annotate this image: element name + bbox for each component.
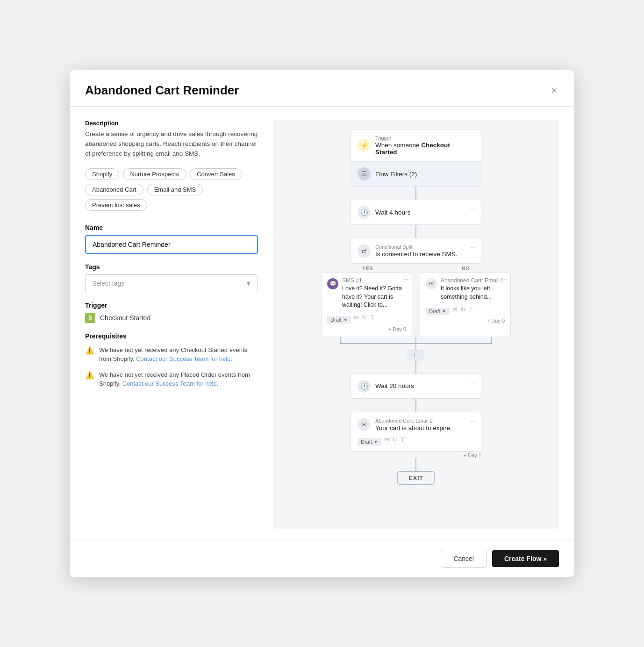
sms-node-content: SMS #1 Love it? Need it? Gotta have it? … [342,277,406,309]
email1-day-badge: + Day 0 [426,318,505,324]
sms-node-label: SMS #1 [342,277,406,284]
yes-no-row: YES NO [318,264,514,272]
sms-draft-badge[interactable]: Draft ▼ [327,316,351,324]
connector-4 [415,399,416,412]
prereq-text-2: We have not yet received any Placed Orde… [99,370,258,388]
trigger-section: Trigger S Checkout Started [85,302,258,323]
split-branches: 💬 SMS #1 Love it? Need it? Gotta have it… [318,272,514,337]
merge-node: ⊢ [408,350,424,360]
email1-node-icon: ✉ [426,278,437,289]
modal-footer: Cancel Create Flow » [70,540,574,577]
name-input[interactable] [85,235,258,254]
filter-icon: ☰ [358,167,371,180]
merge-icon: ⊢ [414,352,418,359]
flow-diagram-panel: ⚡ Trigger When someone Checkout Started.… [273,120,559,529]
trigger-icon: ⚡ [358,139,371,152]
prereq-text-1: We have not yet received any Checkout St… [99,345,258,364]
sms-branch-actions: Draft ▼ ✉ ↻ ⊤ [327,312,406,324]
description-section: Description Create a sense of urgency an… [85,120,258,159]
pill-email-sms: Email and SMS [147,184,203,195]
create-flow-button[interactable]: Create Flow » [492,550,559,567]
trigger-node-title: When someone Checkout Started. [375,142,474,156]
wait1-dots[interactable]: ··· [470,205,476,213]
email1-node-dots[interactable]: ··· [502,275,508,283]
email2-title: Your cart is about to expire. [375,424,452,431]
sms-node-text: Love it? Need it? Gotta have it? Your ca… [342,285,406,309]
sms-node-icon: 💬 [327,278,338,289]
email1-action-email-icon[interactable]: ✉ [452,306,458,313]
email1-draft-badge[interactable]: Draft ▼ [426,308,450,315]
email2-action-refresh-icon[interactable]: ↻ [392,436,397,443]
prereq-link-1[interactable]: Contact our Success Team for help. [136,355,232,362]
tags-select[interactable]: Select tags [85,274,258,292]
modal-body: Description Create a sense of urgency an… [70,107,574,529]
prereq-link-2[interactable]: Contact our Success Team for help. [122,380,219,387]
wait1-node: 🕐 Wait 4 hours ··· [351,200,481,225]
sms-draft-label: Draft [330,317,342,323]
tags-placeholder: Select tags [92,280,124,287]
email2-action-email-icon[interactable]: ✉ [384,436,389,443]
trigger-content: Trigger When someone Checkout Started. [375,135,474,156]
cancel-button[interactable]: Cancel [441,550,487,568]
sms-node-dots[interactable]: ··· [403,275,409,283]
split-node: ⇄ Conditional Split Is consented to rece… [351,238,481,264]
left-panel: Description Create a sense of urgency an… [85,120,258,529]
email1-branch-node: ✉ Abandoned Cart: Email 1 It looks like … [420,272,511,337]
email2-content: Abandoned Cart: Email 2 Your cart is abo… [375,418,452,431]
split-text: Is consented to receive SMS. [375,251,458,258]
trigger-label: Trigger [85,302,258,309]
email2-dots[interactable]: ··· [470,417,476,425]
split-dots[interactable]: ··· [470,243,476,252]
tags-select-wrap: Select tags ▼ [85,274,258,292]
trigger-value: Checkout Started [100,314,150,322]
email2-draft-chevron: ▼ [374,439,378,444]
description-text: Create a sense of urgency and drive sale… [85,129,258,159]
filter-node-title: Flow Filters (2) [375,171,417,178]
description-label: Description [85,120,258,127]
wait2-dots[interactable]: ··· [470,379,476,387]
pill-convert: Convert Sales [190,168,242,180]
modal-header: Abandoned Cart Reminder × [70,70,574,107]
email1-action-filter-icon[interactable]: ⊤ [468,306,473,313]
email2-draft-label: Draft [361,439,372,445]
tags-label: Tags [85,263,258,271]
wait1-title: Wait 4 hours [375,209,410,216]
split-label: Conditional Split [375,244,458,250]
sms-action-filter-icon[interactable]: ⊤ [370,314,375,321]
email1-branch-inner: ✉ Abandoned Cart: Email 1 It looks like … [426,277,505,301]
day1-badge: + Day 1 [351,453,481,458]
wait2-title: Wait 20 hours [375,382,414,389]
email1-action-refresh-icon[interactable]: ↻ [460,306,465,313]
email2-label: Abandoned Cart: Email 2 [375,418,452,424]
sms-action-refresh-icon[interactable]: ↻ [362,314,367,321]
prereq-item-2: ⚠️ We have not yet received any Placed O… [85,370,258,388]
prereqs-title: Prerequisites [85,332,258,340]
trigger-node-label: Trigger [375,135,474,141]
connector-2 [415,225,416,238]
merge-connector-area [318,337,514,350]
email2-action-filter-icon[interactable]: ⊤ [400,436,405,443]
split-content: Conditional Split Is consented to receiv… [375,244,458,258]
no-label: NO [462,266,470,271]
name-label: Name [85,224,258,231]
trigger-row: S Checkout Started [85,313,258,323]
email1-node-content: Abandoned Cart: Email 1 It looks like yo… [441,277,505,301]
email1-node-text: It looks like you left something behind.… [441,285,505,301]
sms-action-email-icon[interactable]: ✉ [354,314,359,321]
connector-1 [415,187,416,200]
pill-abandoned: Abandoned Cart [85,184,143,195]
connector-5 [415,458,416,471]
pill-nurture: Nurture Prospects [123,168,186,180]
email2-draft-badge[interactable]: Draft ▼ [358,438,381,446]
sms-branch-node: 💬 SMS #1 Love it? Need it? Gotta have it… [321,272,412,337]
prereq-item-1: ⚠️ We have not yet received any Checkout… [85,345,258,364]
flow-container: ⚡ Trigger When someone Checkout Started.… [280,129,551,485]
trigger-node: ⚡ Trigger When someone Checkout Started. [351,129,481,162]
close-button[interactable]: × [549,84,559,98]
modal: Abandoned Cart Reminder × Description Cr… [70,70,574,577]
name-field-group: Name [85,224,258,254]
wait2-icon: 🕐 [358,380,371,393]
pill-tags-row: Shopify Nurture Prospects Convert Sales … [85,168,258,211]
sms-branch-inner: 💬 SMS #1 Love it? Need it? Gotta have it… [327,277,406,309]
pill-prevent: Prevent lost sales [85,199,147,211]
